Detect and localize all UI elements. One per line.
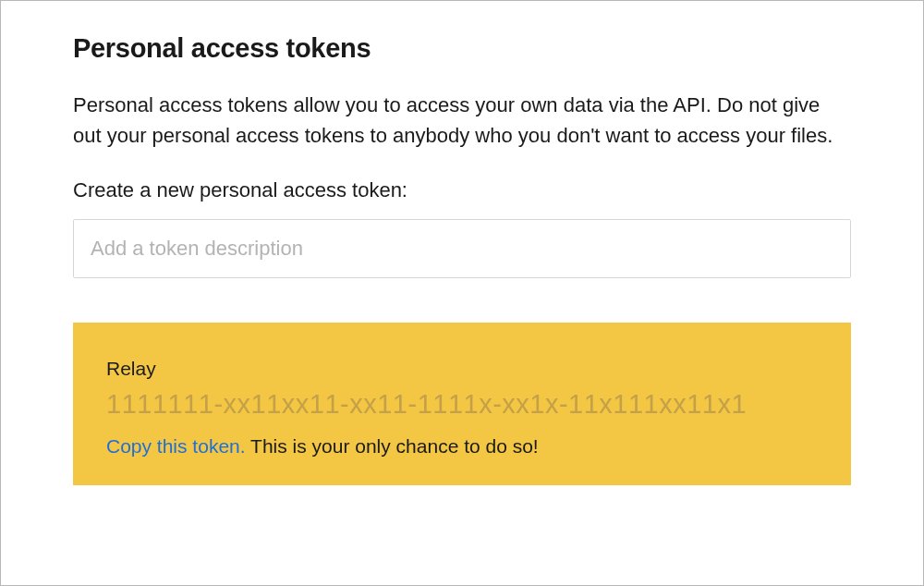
new-token-card: Relay 1111111-xx11xx11-xx11-1111x-xx1x-1… — [73, 323, 851, 485]
token-value: 1111111-xx11xx11-xx11-1111x-xx1x-11x111x… — [106, 387, 818, 422]
tokens-description: Personal access tokens allow you to acce… — [73, 90, 851, 151]
token-footer: Copy this token. This is your only chanc… — [106, 435, 818, 458]
page-title: Personal access tokens — [73, 33, 851, 64]
create-token-label: Create a new personal access token: — [73, 178, 851, 202]
copy-token-link[interactable]: Copy this token. — [106, 435, 246, 457]
token-description-input[interactable] — [73, 219, 851, 278]
token-name: Relay — [106, 358, 818, 380]
copy-warning-text: This is your only chance to do so! — [246, 435, 539, 457]
